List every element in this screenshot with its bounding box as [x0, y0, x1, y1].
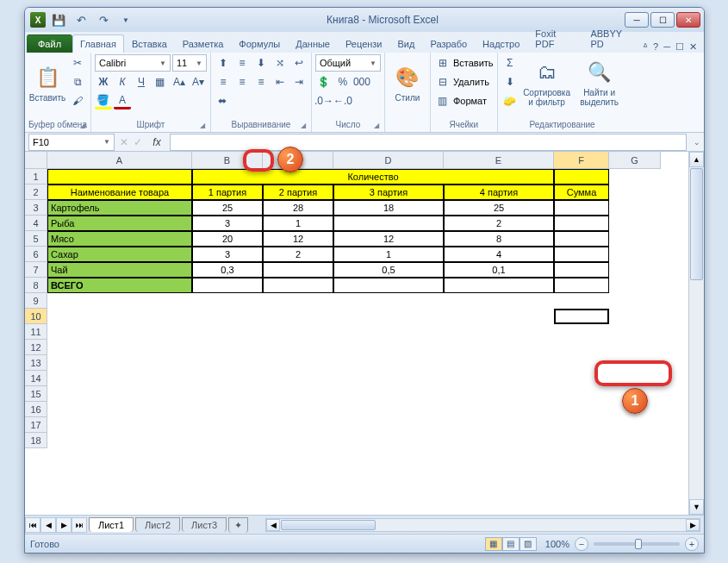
currency-icon[interactable]: 💲 — [315, 73, 333, 91]
cell-A2[interactable]: Наименование товара — [47, 185, 192, 200]
copy-icon[interactable]: ⧉ — [69, 73, 86, 91]
cell-A4[interactable]: Рыба — [47, 216, 192, 231]
col-header-A[interactable]: A — [47, 152, 192, 169]
cell-D6[interactable]: 1 — [333, 247, 444, 262]
align-left-icon[interactable]: ≡ — [215, 73, 232, 91]
increase-decimal-icon[interactable]: .0→ — [315, 92, 333, 109]
grow-font-icon[interactable]: A▴ — [171, 73, 188, 91]
paste-button[interactable]: 📋 Вставить — [28, 54, 66, 111]
cells-area[interactable]: КоличествоНаименование товара1 партия2 п… — [47, 169, 688, 515]
increase-indent-icon[interactable]: ⇥ — [290, 73, 308, 91]
clear-icon[interactable]: 🧽 — [501, 92, 519, 109]
sheet-tab-2[interactable]: Лист2 — [135, 517, 180, 532]
font-size-combo[interactable]: 11▼ — [172, 54, 207, 72]
cell-B8[interactable] — [192, 278, 263, 293]
tab-developer[interactable]: Разрабо — [422, 34, 475, 53]
row-header-18[interactable]: 18 — [25, 433, 47, 448]
wrap-text-icon[interactable]: ↩ — [290, 54, 308, 72]
sheet-next-icon[interactable]: ▶ — [56, 517, 72, 533]
cell-B4[interactable]: 3 — [192, 216, 263, 231]
select-all-corner[interactable] — [25, 152, 47, 169]
zoom-in-icon[interactable]: + — [685, 537, 699, 551]
col-header-D[interactable]: D — [333, 152, 444, 169]
align-middle-icon[interactable]: ≡ — [233, 54, 251, 72]
scroll-down-icon[interactable]: ▼ — [689, 499, 704, 515]
maximize-button[interactable]: ☐ — [650, 12, 675, 28]
sheet-prev-icon[interactable]: ◀ — [40, 517, 56, 533]
row-header-6[interactable]: 6 — [25, 247, 47, 262]
vertical-scrollbar[interactable]: ▲ ▼ — [688, 152, 704, 515]
fill-icon[interactable]: ⬇ — [501, 73, 519, 91]
row-header-2[interactable]: 2 — [25, 185, 47, 200]
delete-cells-button[interactable]: Удалить — [453, 77, 489, 87]
row-header-4[interactable]: 4 — [25, 216, 47, 231]
cell-E8[interactable] — [444, 278, 554, 293]
row-header-5[interactable]: 5 — [25, 231, 47, 247]
cell-E2[interactable]: 4 партия — [444, 185, 554, 200]
cell-C6[interactable]: 2 — [263, 247, 333, 262]
tab-abbyy[interactable]: ABBYY PD — [582, 24, 643, 53]
cell-C7[interactable] — [263, 262, 333, 278]
insert-cells-button[interactable]: Вставить — [453, 58, 494, 68]
tab-review[interactable]: Рецензи — [338, 34, 390, 53]
row-header-16[interactable]: 16 — [25, 402, 47, 417]
sheet-last-icon[interactable]: ⏭ — [72, 517, 87, 533]
cell-F4[interactable] — [554, 216, 609, 231]
cell-F1[interactable] — [554, 169, 609, 185]
italic-icon[interactable]: К — [114, 73, 131, 91]
cell-C3[interactable]: 28 — [263, 200, 333, 216]
col-header-E[interactable]: E — [444, 152, 554, 169]
align-bottom-icon[interactable]: ⬇ — [252, 54, 270, 72]
row-header-17[interactable]: 17 — [25, 417, 47, 433]
mdi-minimize-icon[interactable]: ─ — [663, 41, 670, 53]
mdi-close-icon[interactable]: ✕ — [689, 41, 697, 53]
sheet-tab-3[interactable]: Лист3 — [182, 517, 227, 532]
row-header-12[interactable]: 12 — [25, 340, 47, 355]
cell-F6[interactable] — [554, 247, 609, 262]
horizontal-scrollbar[interactable]: ◀ ▶ — [265, 518, 700, 532]
orientation-icon[interactable]: ⤭ — [271, 54, 289, 72]
qat-customize-icon[interactable]: ▼ — [116, 10, 135, 29]
cell-F5[interactable] — [554, 231, 609, 247]
vscroll-thumb[interactable] — [690, 168, 703, 280]
row-header-15[interactable]: 15 — [25, 386, 47, 402]
insert-function-button[interactable]: fx — [147, 134, 166, 150]
col-header-B[interactable]: B — [192, 152, 263, 169]
number-dialog-icon[interactable]: ◢ — [374, 122, 379, 129]
cell-D4[interactable] — [333, 216, 444, 231]
name-box[interactable]: F10▼ — [28, 134, 115, 151]
cell-E5[interactable]: 8 — [444, 231, 554, 247]
styles-button[interactable]: 🎨 Стили — [389, 54, 426, 111]
cell-F2[interactable]: Сумма — [554, 185, 609, 200]
cell-B1[interactable]: Количество — [192, 169, 554, 185]
cell-D2[interactable]: 3 партия — [333, 185, 444, 200]
cell-A5[interactable]: Мясо — [47, 231, 192, 247]
alignment-dialog-icon[interactable]: ◢ — [301, 122, 306, 129]
cell-F3[interactable] — [554, 200, 609, 216]
bold-icon[interactable]: Ж — [95, 73, 112, 91]
font-name-combo[interactable]: Calibri▼ — [95, 54, 171, 72]
new-sheet-icon[interactable]: ✦ — [228, 517, 248, 533]
col-header-C[interactable]: C — [263, 152, 333, 169]
cell-A3[interactable]: Картофель — [47, 200, 192, 216]
view-normal-icon[interactable]: ▦ — [485, 537, 502, 551]
fill-color-icon[interactable]: 🪣 — [95, 92, 112, 109]
undo-icon[interactable]: ↶ — [72, 10, 90, 29]
view-layout-icon[interactable]: ▤ — [502, 537, 520, 551]
autosum-icon[interactable]: Σ — [501, 54, 519, 72]
view-pagebreak-icon[interactable]: ▧ — [520, 537, 537, 551]
row-header-1[interactable]: 1 — [25, 169, 47, 185]
row-header-10[interactable]: 10 — [25, 309, 47, 324]
comma-icon[interactable]: 000 — [353, 73, 370, 91]
tab-home[interactable]: Главная — [72, 34, 124, 53]
format-cells-icon[interactable]: ▥ — [434, 92, 451, 109]
find-select-button[interactable]: 🔍 Найти и выделить — [576, 54, 624, 111]
tab-file[interactable]: Файл — [27, 34, 72, 53]
format-painter-icon[interactable]: 🖌 — [69, 92, 86, 109]
cell-E3[interactable]: 25 — [444, 200, 554, 216]
cell-E4[interactable]: 2 — [444, 216, 554, 231]
row-header-9[interactable]: 9 — [25, 293, 47, 309]
zoom-out-icon[interactable]: − — [575, 537, 588, 551]
tab-data[interactable]: Данные — [288, 34, 338, 53]
align-right-icon[interactable]: ≡ — [252, 73, 270, 91]
